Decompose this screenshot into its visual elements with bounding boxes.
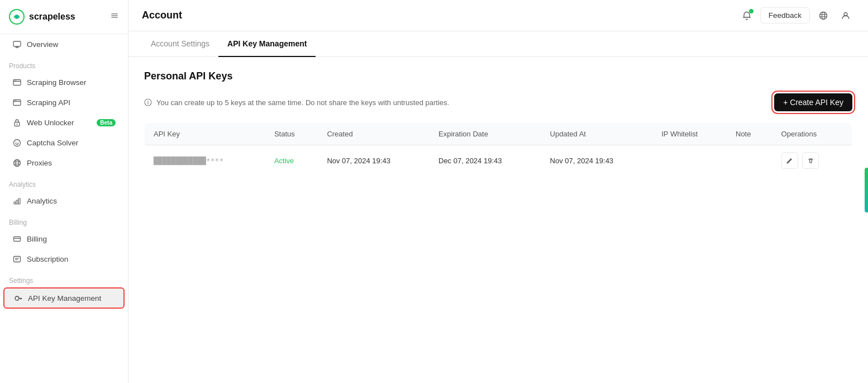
table-header: API Key Status Created Expiration Date U… — [145, 123, 852, 145]
svg-point-16 — [13, 139, 20, 146]
svg-point-18 — [17, 141, 18, 143]
topbar-actions: Feedback — [738, 7, 855, 25]
col-note: Note — [727, 123, 772, 145]
svg-rect-3 — [111, 15, 118, 16]
col-api-key: API Key — [145, 123, 265, 145]
content-body: Personal API Keys You can create up to 5… — [128, 57, 868, 190]
sidebar-item-subscription-label: Subscription — [27, 255, 116, 263]
main-content: Account Feedback Account Settings API Ke… — [128, 0, 868, 383]
api-key-value: ████████████**** — [154, 157, 223, 165]
globe-icon — [819, 11, 828, 20]
svg-point-20 — [16, 159, 18, 166]
sidebar-item-overview[interactable]: Overview — [3, 35, 125, 54]
sidebar-item-api-key-management[interactable]: API Key Management — [3, 287, 125, 309]
sidebar-item-web-unlocker[interactable]: Web Unlocker Beta — [3, 113, 125, 132]
cell-status: Active — [265, 145, 318, 176]
sidebar-item-analytics-label: Analytics — [27, 197, 116, 205]
svg-point-17 — [15, 141, 16, 143]
api-icon — [12, 98, 21, 107]
svg-point-15 — [16, 124, 17, 125]
svg-point-9 — [15, 80, 16, 81]
status-badge: Active — [274, 157, 294, 165]
browser-icon — [12, 78, 21, 87]
sidebar-item-proxies[interactable]: Proxies — [3, 153, 125, 172]
col-ip-whitelist: IP Whitelist — [652, 123, 727, 145]
sidebar-item-scraping-browser[interactable]: Scraping Browser — [3, 73, 125, 92]
monitor-icon — [12, 40, 21, 49]
cell-ip-whitelist — [652, 145, 727, 176]
sidebar-section-billing: Billing — [0, 211, 128, 229]
sidebar-logo: scrapeless — [0, 0, 128, 34]
sidebar-item-billing[interactable]: Billing — [3, 229, 125, 248]
svg-point-36 — [822, 12, 825, 19]
sidebar-item-scraping-api-label: Scraping API — [27, 98, 116, 107]
col-expiration: Expiration Date — [430, 123, 541, 145]
sidebar-item-captcha-solver-label: Captcha Solver — [27, 139, 116, 147]
billing-icon — [12, 234, 21, 243]
svg-rect-23 — [14, 202, 16, 204]
table-row: ████████████**** Active Nov 07, 2024 19:… — [145, 145, 852, 176]
sidebar-item-captcha-solver[interactable]: Captcha Solver — [3, 133, 125, 152]
tab-account-settings[interactable]: Account Settings — [142, 31, 218, 57]
create-api-key-button[interactable]: + Create API Key — [774, 93, 852, 111]
sidebar-item-analytics[interactable]: Analytics — [3, 191, 125, 210]
info-icon — [144, 98, 152, 106]
edit-api-key-button[interactable] — [781, 152, 798, 169]
subscription-icon — [12, 254, 21, 263]
svg-point-35 — [820, 12, 827, 19]
user-icon — [841, 11, 850, 20]
sidebar-item-billing-label: Billing — [27, 235, 116, 243]
api-keys-table: API Key Status Created Expiration Date U… — [144, 122, 852, 176]
key-icon — [13, 294, 22, 302]
tab-api-key-management[interactable]: API Key Management — [218, 31, 316, 57]
svg-rect-28 — [13, 256, 20, 262]
page-title: Account — [142, 10, 738, 21]
language-button[interactable] — [814, 7, 832, 25]
sidebar: scrapeless Overview Products Scraping Br… — [0, 0, 128, 383]
edit-icon — [786, 157, 793, 164]
col-operations: Operations — [772, 123, 852, 145]
user-menu-button[interactable] — [837, 7, 855, 25]
svg-rect-5 — [13, 41, 21, 46]
notification-button[interactable] — [738, 7, 756, 25]
right-accent-bar — [865, 168, 868, 212]
cell-updated: Nov 07, 2024 19:43 — [541, 145, 653, 176]
cell-note — [727, 145, 772, 176]
sidebar-item-web-unlocker-label: Web Unlocker — [27, 119, 91, 127]
info-text: You can create up to 5 keys at the same … — [156, 98, 449, 107]
logo-text: scrapeless — [29, 12, 75, 22]
captcha-icon — [12, 138, 21, 147]
col-updated: Updated At — [541, 123, 653, 145]
cell-created: Nov 07, 2024 19:43 — [318, 145, 430, 176]
feedback-button[interactable]: Feedback — [760, 7, 810, 23]
notification-dot — [749, 9, 753, 13]
svg-point-13 — [15, 100, 16, 101]
cell-operations — [772, 145, 852, 176]
sidebar-collapse-button[interactable] — [110, 11, 119, 23]
svg-rect-24 — [16, 200, 18, 204]
sidebar-section-settings: Settings — [0, 269, 128, 287]
chart-icon — [12, 196, 21, 205]
sidebar-item-scraping-api[interactable]: Scraping API — [3, 93, 125, 112]
logo-icon — [9, 9, 25, 25]
svg-rect-2 — [111, 13, 118, 15]
col-created: Created — [318, 123, 430, 145]
svg-rect-25 — [18, 198, 20, 204]
sidebar-item-scraping-browser-label: Scraping Browser — [27, 78, 116, 87]
svg-point-19 — [13, 159, 20, 166]
sidebar-item-api-key-management-label: API Key Management — [28, 294, 115, 302]
svg-point-42 — [147, 101, 148, 101]
col-status: Status — [265, 123, 318, 145]
table-body: ████████████**** Active Nov 07, 2024 19:… — [145, 145, 852, 176]
cell-api-key: ████████████**** — [145, 145, 265, 176]
content-area: Account Settings API Key Management Pers… — [128, 31, 868, 383]
delete-api-key-button[interactable] — [802, 152, 819, 169]
sidebar-section-analytics: Analytics — [0, 173, 128, 191]
beta-badge: Beta — [97, 119, 116, 126]
svg-point-8 — [14, 80, 15, 81]
svg-rect-4 — [111, 17, 118, 18]
trash-icon — [807, 157, 814, 164]
svg-point-1 — [15, 15, 18, 18]
tabs-bar: Account Settings API Key Management — [128, 31, 868, 57]
sidebar-item-subscription[interactable]: Subscription — [3, 249, 125, 268]
